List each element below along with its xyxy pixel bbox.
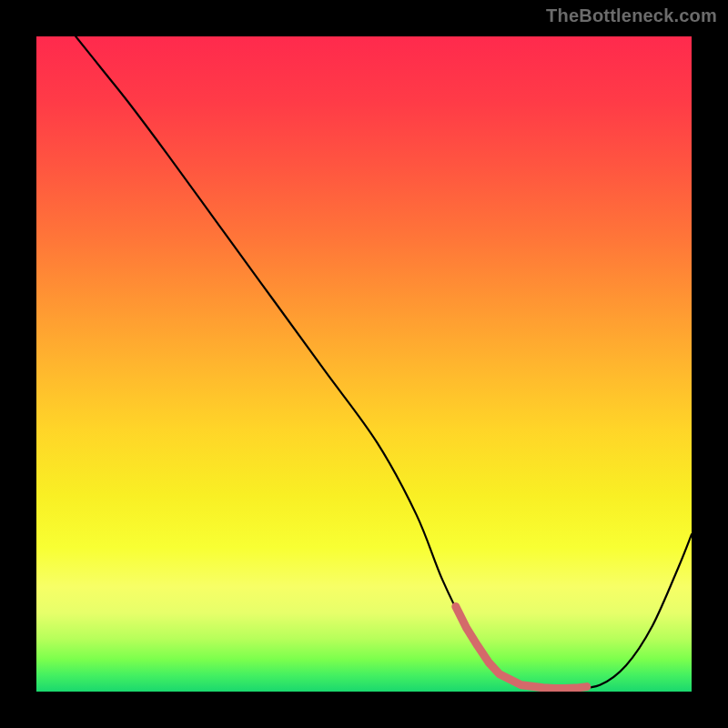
chart-frame — [36, 36, 692, 692]
gradient-background — [36, 36, 692, 692]
watermark-text: TheBottleneck.com — [546, 5, 717, 26]
chart-svg — [36, 36, 692, 692]
